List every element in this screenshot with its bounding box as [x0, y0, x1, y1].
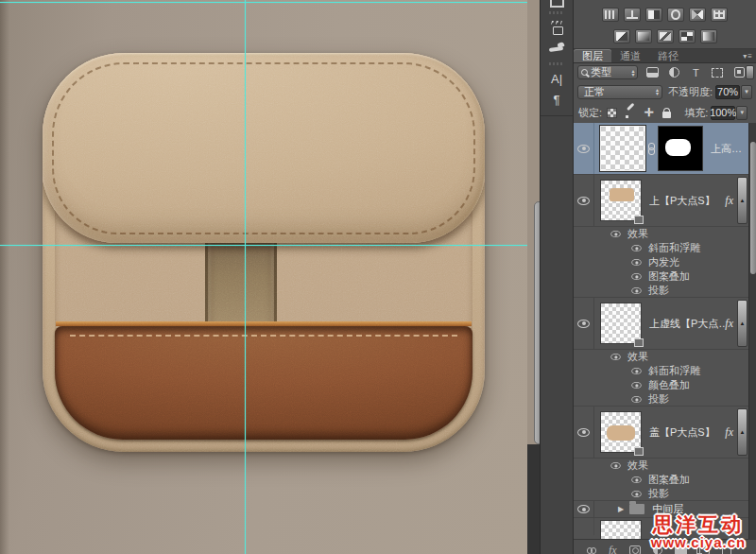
layer-name[interactable]: 盖【P大点S】 [649, 425, 715, 440]
layer-thumbnail[interactable] [600, 126, 645, 171]
effects-collapse-button[interactable]: ▲ [737, 300, 747, 347]
effect-row[interactable]: 投影 [574, 284, 756, 298]
blend-mode-dropdown[interactable]: 正常 ▴▾ [577, 85, 662, 99]
layer-thumbnail[interactable] [600, 411, 642, 453]
selective-color-icon[interactable] [700, 29, 717, 43]
document-vertical-scrollbar[interactable] [527, 0, 540, 554]
panel-menu-icon[interactable]: ▾≡ [743, 49, 756, 62]
effect-row[interactable]: 投影 [574, 392, 756, 407]
fill-value-field[interactable]: 100% [711, 106, 735, 120]
gradient-map-icon[interactable] [635, 29, 652, 43]
effect-row[interactable]: 颜色叠加 [574, 378, 756, 392]
horizontal-guide-top[interactable] [0, 2, 527, 3]
new-adjustment-layer-button[interactable] [653, 545, 662, 554]
new-group-button[interactable] [675, 545, 687, 554]
eye-icon[interactable] [631, 395, 641, 402]
layer-mask-thumbnail[interactable] [658, 126, 703, 171]
opacity-dropdown-button[interactable]: ▾ [741, 85, 752, 99]
disclosure-triangle-icon[interactable]: ▶ [618, 505, 624, 513]
posterize-icon[interactable] [657, 29, 674, 43]
horizontal-guide-middle[interactable] [0, 245, 527, 246]
effects-header-row[interactable]: 效果 [574, 227, 756, 241]
layer-thumbnail[interactable] [600, 520, 642, 539]
effect-row[interactable]: 图案叠加 [574, 269, 756, 284]
color-balance-icon[interactable] [624, 8, 641, 22]
effect-row[interactable]: 斜面和浮雕 [574, 241, 756, 255]
add-layer-style-button[interactable]: fx [609, 545, 617, 554]
opacity-value-field[interactable]: 70% [715, 85, 740, 99]
layers-scrollbar-thumb[interactable] [750, 142, 756, 274]
channel-mixer-icon[interactable] [689, 8, 706, 22]
paragraph-panel-button[interactable]: ¶ [541, 89, 573, 110]
eye-icon[interactable] [631, 368, 641, 374]
visibility-toggle[interactable] [574, 298, 594, 349]
eye-icon[interactable] [631, 490, 641, 496]
fill-dropdown-button[interactable]: ▾ [736, 106, 747, 120]
eye-icon[interactable] [610, 354, 620, 360]
layer-row-highlight[interactable]: 上高… [574, 123, 756, 175]
invert-icon[interactable] [613, 29, 630, 43]
visibility-toggle[interactable] [574, 518, 594, 535]
filter-smart-objects-button[interactable] [732, 66, 746, 78]
lock-position-icon[interactable]: ✛ [644, 108, 654, 118]
layer-name[interactable]: 上高… [711, 142, 742, 156]
vertical-guide[interactable] [245, 0, 246, 554]
filter-pixel-layers-button[interactable] [645, 66, 659, 78]
document-canvas[interactable] [0, 0, 527, 554]
color-lookup-icon[interactable] [711, 8, 728, 22]
layer-row-dashes[interactable]: 上虚线【P大点… fx ▲ [574, 298, 756, 350]
effect-row[interactable]: 内发光 [574, 255, 756, 269]
clipped-panel-icon[interactable] [550, 0, 564, 8]
levels-icon[interactable] [602, 8, 619, 22]
tab-layers[interactable]: 图层 [574, 49, 611, 62]
effects-collapse-button[interactable]: ▲ [737, 408, 747, 456]
threshold-icon[interactable] [679, 29, 696, 43]
filter-adjustment-layers-button[interactable] [667, 66, 680, 78]
eye-icon[interactable] [631, 259, 641, 266]
eye-icon[interactable] [631, 286, 641, 293]
layers-list-scrollbar[interactable] [748, 123, 756, 539]
effect-row[interactable]: 斜面和浮雕 [574, 364, 756, 378]
layer-row-partial[interactable] [574, 518, 756, 535]
eye-icon[interactable] [610, 462, 620, 469]
visibility-toggle[interactable] [574, 123, 594, 174]
effect-row[interactable]: 投影 [574, 487, 756, 501]
lock-transparency-icon[interactable] [607, 108, 617, 118]
eye-icon[interactable] [631, 273, 641, 280]
black-white-icon[interactable] [645, 8, 662, 22]
tab-paths[interactable]: 路径 [649, 49, 687, 62]
effects-collapse-button[interactable]: ▲ [737, 177, 747, 224]
eye-icon[interactable] [610, 231, 620, 237]
character-panel-button[interactable]: A| [541, 68, 573, 89]
tab-channels[interactable]: 通道 [611, 49, 649, 62]
filtering-on-off-toggle[interactable] [746, 65, 754, 79]
group-name[interactable]: 中间层 [652, 502, 683, 516]
visibility-toggle[interactable] [574, 407, 594, 458]
new-layer-button[interactable] [699, 545, 710, 554]
visibility-toggle[interactable] [574, 501, 594, 517]
eye-icon[interactable] [631, 245, 641, 251]
eye-icon[interactable] [631, 476, 641, 483]
effects-header-row[interactable]: 效果 [574, 459, 756, 473]
eye-icon[interactable] [631, 382, 641, 389]
filter-type-layers-button[interactable]: T [689, 66, 702, 78]
visibility-toggle[interactable] [574, 175, 594, 226]
layer-name[interactable]: 上【P大点S】 [649, 194, 715, 208]
layer-thumbnail[interactable] [600, 180, 642, 221]
link-layers-button[interactable] [587, 545, 596, 554]
filter-shape-layers-button[interactable] [711, 66, 724, 78]
mask-link-icon[interactable] [647, 143, 656, 155]
layer-row-cover[interactable]: 盖【P大点S】 fx ▲ [574, 407, 756, 459]
layer-name[interactable]: 上虚线【P大点… [649, 317, 725, 331]
add-layer-mask-button[interactable] [629, 545, 641, 554]
photo-filter-icon[interactable] [667, 8, 684, 22]
lock-pixels-icon[interactable] [626, 108, 636, 118]
layer-thumbnail[interactable] [600, 303, 642, 344]
effect-row[interactable]: 图案叠加 [574, 473, 756, 487]
brush-presets-panel-button[interactable] [541, 17, 573, 38]
delete-layer-button[interactable] [722, 545, 731, 554]
layer-row-top[interactable]: 上【P大点S】 fx ▲ [574, 175, 756, 227]
layer-group-row[interactable]: ▶ 中间层 [574, 501, 756, 518]
filter-type-dropdown[interactable]: 类型 ▴▾ [577, 65, 638, 79]
clone-source-panel-button[interactable] [541, 38, 573, 59]
